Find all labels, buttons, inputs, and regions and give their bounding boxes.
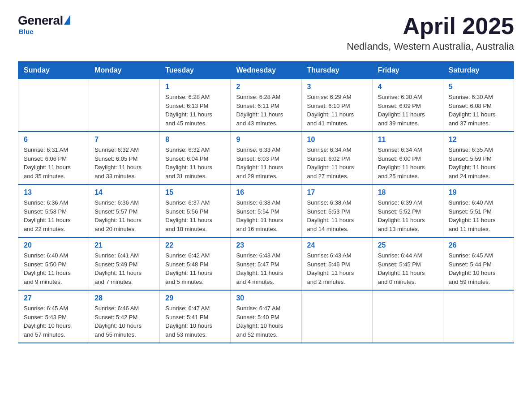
day-number: 28 <box>94 294 154 302</box>
calendar-cell <box>372 290 443 343</box>
calendar-cell: 29Sunrise: 6:47 AM Sunset: 5:41 PM Dayli… <box>160 290 231 343</box>
page-subtitle: Nedlands, Western Australia, Australia <box>347 41 514 52</box>
calendar-week-row: 20Sunrise: 6:40 AM Sunset: 5:50 PM Dayli… <box>18 237 514 290</box>
calendar-cell: 16Sunrise: 6:38 AM Sunset: 5:54 PM Dayli… <box>231 184 301 237</box>
calendar-cell: 10Sunrise: 6:34 AM Sunset: 6:02 PM Dayli… <box>301 132 372 184</box>
calendar-cell: 28Sunrise: 6:46 AM Sunset: 5:42 PM Dayli… <box>89 290 160 343</box>
day-info: Sunrise: 6:44 AM Sunset: 5:45 PM Dayligh… <box>378 251 438 286</box>
day-info: Sunrise: 6:32 AM Sunset: 6:04 PM Dayligh… <box>165 146 225 180</box>
calendar-cell: 14Sunrise: 6:36 AM Sunset: 5:57 PM Dayli… <box>89 184 160 237</box>
calendar-cell: 27Sunrise: 6:45 AM Sunset: 5:43 PM Dayli… <box>18 290 89 343</box>
day-info: Sunrise: 6:45 AM Sunset: 5:43 PM Dayligh… <box>24 304 83 339</box>
calendar-week-row: 6Sunrise: 6:31 AM Sunset: 6:06 PM Daylig… <box>18 132 514 184</box>
day-number: 23 <box>236 241 296 249</box>
day-number: 14 <box>94 188 154 197</box>
title-block: April 2025 Nedlands, Western Australia, … <box>347 13 514 52</box>
weekday-header-sunday: Sunday <box>18 62 89 79</box>
calendar-cell: 30Sunrise: 6:47 AM Sunset: 5:40 PM Dayli… <box>231 290 301 343</box>
logo-blue-text: Blue <box>19 28 34 35</box>
calendar-cell: 8Sunrise: 6:32 AM Sunset: 6:04 PM Daylig… <box>160 132 231 184</box>
day-info: Sunrise: 6:30 AM Sunset: 6:08 PM Dayligh… <box>449 93 508 128</box>
calendar-cell: 19Sunrise: 6:40 AM Sunset: 5:51 PM Dayli… <box>443 184 514 237</box>
calendar-cell: 26Sunrise: 6:45 AM Sunset: 5:44 PM Dayli… <box>443 237 514 290</box>
day-info: Sunrise: 6:33 AM Sunset: 6:03 PM Dayligh… <box>236 146 296 180</box>
calendar-header-row: SundayMondayTuesdayWednesdayThursdayFrid… <box>18 62 514 79</box>
day-info: Sunrise: 6:47 AM Sunset: 5:40 PM Dayligh… <box>236 304 296 339</box>
calendar-cell: 5Sunrise: 6:30 AM Sunset: 6:08 PM Daylig… <box>443 79 514 132</box>
day-number: 19 <box>449 188 508 197</box>
day-info: Sunrise: 6:39 AM Sunset: 5:52 PM Dayligh… <box>378 198 438 233</box>
calendar-cell: 25Sunrise: 6:44 AM Sunset: 5:45 PM Dayli… <box>372 237 443 290</box>
calendar-cell: 20Sunrise: 6:40 AM Sunset: 5:50 PM Dayli… <box>18 237 89 290</box>
day-number: 15 <box>165 188 225 197</box>
calendar-cell: 7Sunrise: 6:32 AM Sunset: 6:05 PM Daylig… <box>89 132 160 184</box>
calendar-cell: 22Sunrise: 6:42 AM Sunset: 5:48 PM Dayli… <box>160 237 231 290</box>
calendar-cell: 12Sunrise: 6:35 AM Sunset: 5:59 PM Dayli… <box>443 132 514 184</box>
day-number: 4 <box>378 83 438 91</box>
weekday-header-saturday: Saturday <box>443 62 514 79</box>
day-number: 25 <box>378 241 438 249</box>
day-info: Sunrise: 6:46 AM Sunset: 5:42 PM Dayligh… <box>94 304 154 339</box>
day-number: 20 <box>24 241 83 249</box>
day-number: 5 <box>449 83 508 91</box>
day-number: 30 <box>236 294 296 302</box>
day-number: 6 <box>24 136 83 144</box>
day-info: Sunrise: 6:38 AM Sunset: 5:53 PM Dayligh… <box>307 198 367 233</box>
day-info: Sunrise: 6:35 AM Sunset: 5:59 PM Dayligh… <box>449 146 508 180</box>
day-info: Sunrise: 6:36 AM Sunset: 5:57 PM Dayligh… <box>94 198 154 233</box>
calendar-cell: 2Sunrise: 6:28 AM Sunset: 6:11 PM Daylig… <box>231 79 301 132</box>
day-number: 21 <box>94 241 154 249</box>
calendar-cell: 24Sunrise: 6:43 AM Sunset: 5:46 PM Dayli… <box>301 237 372 290</box>
day-number: 11 <box>378 136 438 144</box>
day-info: Sunrise: 6:43 AM Sunset: 5:47 PM Dayligh… <box>236 251 296 286</box>
day-number: 9 <box>236 136 296 144</box>
day-info: Sunrise: 6:29 AM Sunset: 6:10 PM Dayligh… <box>307 93 367 128</box>
calendar-cell: 18Sunrise: 6:39 AM Sunset: 5:52 PM Dayli… <box>372 184 443 237</box>
day-number: 29 <box>165 294 225 302</box>
weekday-header-friday: Friday <box>372 62 443 79</box>
day-info: Sunrise: 6:38 AM Sunset: 5:54 PM Dayligh… <box>236 198 296 233</box>
logo-general-text: General <box>18 13 63 28</box>
calendar-week-row: 1Sunrise: 6:28 AM Sunset: 6:13 PM Daylig… <box>18 79 514 132</box>
weekday-header-wednesday: Wednesday <box>231 62 301 79</box>
day-number: 18 <box>378 188 438 197</box>
calendar-cell: 9Sunrise: 6:33 AM Sunset: 6:03 PM Daylig… <box>231 132 301 184</box>
day-info: Sunrise: 6:28 AM Sunset: 6:13 PM Dayligh… <box>165 93 225 128</box>
day-number: 13 <box>24 188 83 197</box>
day-info: Sunrise: 6:41 AM Sunset: 5:49 PM Dayligh… <box>94 251 154 286</box>
calendar-table: SundayMondayTuesdayWednesdayThursdayFrid… <box>18 61 514 343</box>
day-info: Sunrise: 6:47 AM Sunset: 5:41 PM Dayligh… <box>165 304 225 339</box>
calendar-cell <box>301 290 372 343</box>
day-number: 2 <box>236 83 296 91</box>
weekday-header-monday: Monday <box>89 62 160 79</box>
day-info: Sunrise: 6:30 AM Sunset: 6:09 PM Dayligh… <box>378 93 438 128</box>
calendar-cell: 11Sunrise: 6:34 AM Sunset: 6:00 PM Dayli… <box>372 132 443 184</box>
calendar-cell: 15Sunrise: 6:37 AM Sunset: 5:56 PM Dayli… <box>160 184 231 237</box>
calendar-cell <box>18 79 89 132</box>
weekday-header-thursday: Thursday <box>301 62 372 79</box>
day-info: Sunrise: 6:34 AM Sunset: 6:00 PM Dayligh… <box>378 146 438 180</box>
calendar-cell <box>443 290 514 343</box>
day-number: 22 <box>165 241 225 249</box>
day-number: 10 <box>307 136 367 144</box>
page-header: General Blue April 2025 Nedlands, Wester… <box>18 13 514 52</box>
day-info: Sunrise: 6:43 AM Sunset: 5:46 PM Dayligh… <box>307 251 367 286</box>
calendar-cell: 3Sunrise: 6:29 AM Sunset: 6:10 PM Daylig… <box>301 79 372 132</box>
day-number: 24 <box>307 241 367 249</box>
day-number: 27 <box>24 294 83 302</box>
calendar-cell: 23Sunrise: 6:43 AM Sunset: 5:47 PM Dayli… <box>231 237 301 290</box>
page-title: April 2025 <box>347 13 514 39</box>
weekday-header-tuesday: Tuesday <box>160 62 231 79</box>
calendar-cell: 17Sunrise: 6:38 AM Sunset: 5:53 PM Dayli… <box>301 184 372 237</box>
day-number: 7 <box>94 136 154 144</box>
calendar-cell: 21Sunrise: 6:41 AM Sunset: 5:49 PM Dayli… <box>89 237 160 290</box>
day-info: Sunrise: 6:45 AM Sunset: 5:44 PM Dayligh… <box>449 251 508 286</box>
day-info: Sunrise: 6:36 AM Sunset: 5:58 PM Dayligh… <box>24 198 83 233</box>
calendar-cell: 1Sunrise: 6:28 AM Sunset: 6:13 PM Daylig… <box>160 79 231 132</box>
day-number: 3 <box>307 83 367 91</box>
day-info: Sunrise: 6:40 AM Sunset: 5:50 PM Dayligh… <box>24 251 83 286</box>
day-info: Sunrise: 6:28 AM Sunset: 6:11 PM Dayligh… <box>236 93 296 128</box>
day-number: 16 <box>236 188 296 197</box>
logo-triangle-icon <box>64 15 70 25</box>
calendar-cell: 13Sunrise: 6:36 AM Sunset: 5:58 PM Dayli… <box>18 184 89 237</box>
